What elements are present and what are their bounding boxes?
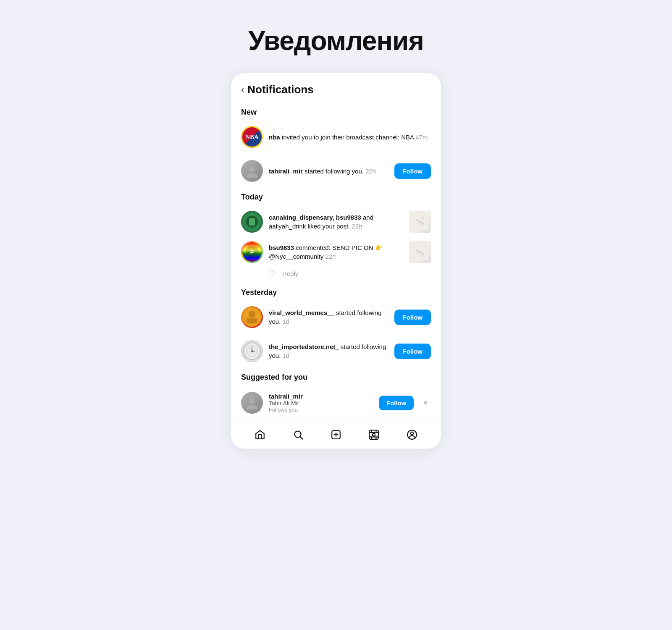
notif-text-imported: the_importedstore.net_ started following… — [269, 342, 388, 360]
notif-text-bsu9833: bsu9833 commented: SEND PIC ON 👉 @Nyc__c… — [269, 243, 403, 261]
follow-button-imported[interactable]: Follow — [394, 344, 431, 359]
bottom-nav — [231, 422, 441, 449]
svg-point-9 — [422, 217, 425, 220]
section-suggested-label: Suggested for you — [241, 366, 431, 387]
reply-link[interactable]: Reply — [282, 270, 298, 277]
svg-point-24 — [249, 398, 255, 404]
notification-item: tahirali_mir started following you. 22h … — [241, 156, 431, 186]
section-yesterday: Yesterday viral_world_memes__ started fo… — [231, 281, 441, 366]
avatar-viral — [241, 306, 263, 328]
nav-reels-icon[interactable] — [368, 429, 379, 440]
svg-point-0 — [249, 166, 255, 172]
post-thumbnail — [409, 211, 431, 233]
notification-item: the_importedstore.net_ started following… — [241, 336, 431, 366]
notif-text-viral: viral_world_memes__ started following yo… — [269, 308, 388, 326]
follow-button-suggested[interactable]: Follow — [379, 396, 414, 410]
suggested-follows-you: Follows you — [269, 407, 373, 413]
nav-profile-icon[interactable] — [407, 429, 417, 440]
svg-point-1 — [247, 173, 257, 178]
avatar-tahirali — [241, 160, 263, 182]
svg-rect-31 — [370, 430, 379, 439]
avatar-nba: NBA — [241, 126, 263, 148]
nav-home-icon[interactable] — [255, 429, 265, 440]
svg-point-23 — [251, 350, 253, 352]
notification-item: P bsu9833 commented: SEND PIC ON 👉 @Nyc_… — [241, 237, 431, 267]
notif-text-nba: nba invited you to join their broadcast … — [269, 133, 431, 142]
svg-text:P: P — [250, 249, 254, 255]
suggested-username: tahirali_mir — [269, 393, 373, 400]
avatar-canaking — [241, 211, 263, 233]
notification-item: NBA nba invited you to join their broadc… — [241, 122, 431, 152]
follow-button-tahirali[interactable]: Follow — [394, 163, 431, 179]
notif-text-tahirali: tahirali_mir started following you. 22h — [269, 167, 388, 176]
section-new: New NBA nba invited you to join their br… — [231, 101, 441, 186]
reply-row: ♡ Reply — [241, 267, 431, 281]
svg-rect-18 — [247, 318, 257, 323]
person-icon-suggested — [245, 396, 259, 410]
section-new-label: New — [241, 101, 431, 122]
suggested-item: tahirali_mir Tahir Ali Mir Follows you F… — [241, 387, 431, 419]
svg-point-17 — [249, 311, 255, 318]
svg-line-27 — [300, 437, 302, 439]
section-suggested: Suggested for you tahirali_mir Tahir Ali… — [231, 366, 441, 419]
dismiss-suggested-button[interactable]: × — [420, 397, 431, 409]
suggested-realname: Tahir Ali Mir — [269, 400, 373, 407]
post-thumbnail-2 — [409, 241, 431, 263]
section-today-label: Today — [241, 186, 431, 207]
svg-point-40 — [411, 432, 414, 435]
notif-text-canaking: canaking_dispensary, bsu9833 and aaliyah… — [269, 213, 403, 231]
avatar-bsu9833: P — [241, 241, 263, 263]
notification-item: viral_world_memes__ started following yo… — [241, 302, 431, 332]
notifications-title: Notifications — [247, 83, 313, 96]
section-today: Today canaking_dispensary, bsu9833 and a… — [231, 186, 441, 281]
nav-add-icon[interactable] — [331, 429, 341, 440]
notifications-header: ‹ Notifications — [231, 73, 441, 101]
person-icon — [245, 164, 259, 178]
back-icon[interactable]: ‹ — [241, 84, 244, 95]
avatar-imported — [241, 340, 263, 362]
svg-point-32 — [373, 433, 375, 436]
phone-card: ‹ Notifications New NBA nba invited you … — [231, 73, 441, 449]
divider — [241, 334, 431, 334]
divider — [241, 154, 431, 154]
section-yesterday-label: Yesterday — [241, 281, 431, 302]
nav-search-icon[interactable] — [293, 429, 304, 440]
page-title: Уведомления — [248, 25, 423, 56]
suggested-user-info: tahirali_mir Tahir Ali Mir Follows you — [269, 393, 373, 413]
notification-item: canaking_dispensary, bsu9833 and aaliyah… — [241, 207, 431, 237]
avatar-suggested — [241, 392, 263, 414]
svg-point-25 — [247, 405, 257, 410]
follow-button-viral[interactable]: Follow — [394, 310, 431, 325]
heart-icon[interactable]: ♡ — [269, 269, 276, 278]
